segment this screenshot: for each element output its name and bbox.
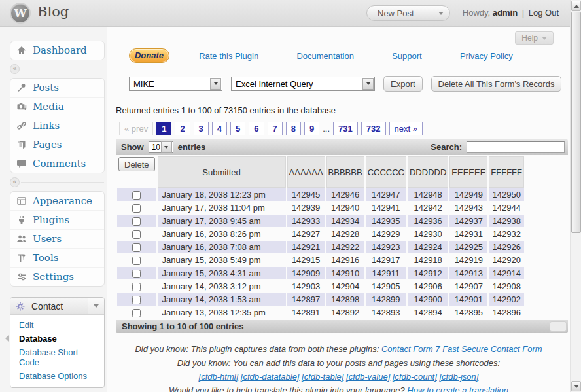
page-prev-button[interactable]: « prev xyxy=(119,122,153,135)
logout-link[interactable]: Log Out xyxy=(529,8,559,18)
sidebar-item-comments[interactable]: Comments xyxy=(10,154,104,173)
privacy-policy-link[interactable]: Privacy Policy xyxy=(460,51,513,61)
sidebar-item-contact[interactable]: Contact xyxy=(10,298,104,315)
value-cell: 142925 xyxy=(449,241,487,253)
datatable-toolbar: Show 10 entries Search: xyxy=(116,139,568,155)
sidebar: Dashboard « Posts Media Links xyxy=(0,27,107,392)
page-button-731[interactable]: 731 xyxy=(333,122,358,135)
value-cell: 142891 xyxy=(287,306,325,319)
sidebar-item-label: Contact xyxy=(31,301,63,312)
sidebar-item-dashboard[interactable]: Dashboard xyxy=(10,41,104,60)
row-checkbox[interactable] xyxy=(132,309,141,317)
column-header-aaaaaa[interactable]: AAAAAA xyxy=(287,156,325,188)
column-header-cccccc[interactable]: CCCCCC xyxy=(366,156,406,188)
submenu-item-edit[interactable]: Edit xyxy=(10,318,104,332)
sidebar-item-links[interactable]: Links xyxy=(10,116,104,135)
shortcode-link[interactable]: [cfdb-html] xyxy=(199,372,239,382)
column-header-ffffff[interactable]: FFFFFF xyxy=(489,156,524,188)
export-button[interactable]: Export xyxy=(383,76,423,92)
create-translation-link[interactable]: How to create a translation xyxy=(407,385,508,392)
sidebar-item-settings[interactable]: Settings xyxy=(10,267,104,286)
page-button-1[interactable]: 1 xyxy=(156,122,171,135)
sidebar-item-label: Tools xyxy=(33,252,58,264)
page-button-4[interactable]: 4 xyxy=(212,122,227,135)
window-scrollbar[interactable] xyxy=(570,0,581,392)
sidebar-collapse: « xyxy=(10,64,107,74)
page-button-8[interactable]: 8 xyxy=(286,122,301,135)
delete-selected-button[interactable]: Delete xyxy=(118,157,155,171)
scroll-down-button[interactable] xyxy=(571,381,581,391)
scroll-up-button[interactable] xyxy=(571,1,581,11)
row-checkbox[interactable] xyxy=(132,191,141,200)
submenu-item-database[interactable]: Database xyxy=(10,332,104,346)
row-checkbox[interactable] xyxy=(132,270,141,278)
row-checkbox[interactable] xyxy=(132,257,141,265)
value-cell: 142916 xyxy=(326,254,364,266)
sidebar-item-posts[interactable]: Posts xyxy=(10,79,104,97)
value-cell: 142946 xyxy=(326,188,364,201)
row-checkbox[interactable] xyxy=(132,296,141,304)
page-button-5[interactable]: 5 xyxy=(230,122,245,135)
page-button-6[interactable]: 6 xyxy=(249,122,264,135)
shortcode-link[interactable]: [cfdb-json] xyxy=(439,372,478,382)
search-input[interactable] xyxy=(467,141,565,153)
shortcode-link[interactable]: [cfdb-table] xyxy=(302,372,343,382)
page-next-button[interactable]: next » xyxy=(389,122,423,135)
value-cell: 142930 xyxy=(408,228,448,240)
fast-secure-contact-form-link[interactable]: Fast Secure Contact Form xyxy=(442,344,542,354)
column-header-dddddd[interactable]: DDDDDD xyxy=(408,156,448,188)
row-checkbox[interactable] xyxy=(132,230,141,239)
collapse-arrows-icon[interactable]: « xyxy=(10,177,20,187)
column-header-submitted[interactable]: Submitted xyxy=(158,156,286,188)
row-checkbox[interactable] xyxy=(132,217,141,226)
page-button-7[interactable]: 7 xyxy=(268,122,283,135)
column-header-bbbbbb[interactable]: BBBBBB xyxy=(326,156,364,188)
documentation-link[interactable]: Documentation xyxy=(296,51,353,61)
contact-form-7-link[interactable]: Contact Form 7 xyxy=(381,344,440,354)
sidebar-item-media[interactable]: Media xyxy=(10,97,104,116)
export-format-value: Excel Internet Query xyxy=(232,79,362,89)
shortcode-link[interactable]: [cfdb-count] xyxy=(393,372,437,382)
entries-per-page-select[interactable]: 10 xyxy=(149,141,173,153)
shortcode-links: [cfdb-html] [cfdb-datatable] [cfdb-table… xyxy=(107,372,570,382)
checkbox-cell xyxy=(117,254,156,266)
scrollbar-thumb[interactable] xyxy=(571,12,581,233)
shortcode-link[interactable]: [cfdb-value] xyxy=(346,372,390,382)
chevron-down-icon[interactable] xyxy=(88,298,104,314)
row-checkbox[interactable] xyxy=(132,243,141,252)
value-cell: 142905 xyxy=(366,280,406,293)
sidebar-item-tools[interactable]: Tools xyxy=(10,248,104,267)
sidebar-item-label: Pages xyxy=(33,139,62,151)
sidebar-item-pages[interactable]: Pages xyxy=(10,135,104,154)
sidebar-item-plugins[interactable]: Plugins xyxy=(10,210,104,229)
row-checkbox[interactable] xyxy=(132,283,141,291)
sidebar-contact-menu: Contact Edit Database Database Short Cod… xyxy=(10,297,105,388)
sidebar-item-appearance[interactable]: Appearance xyxy=(10,192,104,210)
rate-plugin-link[interactable]: Rate this Plugin xyxy=(199,51,258,61)
donate-button[interactable]: Donate xyxy=(129,48,169,63)
value-cell: 142902 xyxy=(489,293,524,306)
page-button-3[interactable]: 3 xyxy=(194,122,209,135)
value-cell: 142941 xyxy=(366,202,406,214)
page-button-9[interactable]: 9 xyxy=(304,122,319,135)
support-link[interactable]: Support xyxy=(392,51,422,61)
collapse-arrows-icon[interactable]: « xyxy=(10,64,20,74)
submenu-item-database-short-code[interactable]: Database Short Code xyxy=(10,346,104,369)
row-checkbox[interactable] xyxy=(132,204,141,213)
delete-all-records-button[interactable]: Delete All This Form's Records xyxy=(431,76,562,92)
shortcode-link[interactable]: [cfdb-datatable] xyxy=(241,372,300,382)
submenu-item-database-options[interactable]: Database Options xyxy=(10,369,104,383)
page-button-2[interactable]: 2 xyxy=(175,122,190,135)
column-header-eeeeee[interactable]: EEEEEE xyxy=(449,156,487,188)
sidebar-item-users[interactable]: Users xyxy=(10,229,104,248)
table-row: January 17, 2038 11:04 pm142939142940142… xyxy=(117,202,524,214)
value-cell: 142928 xyxy=(326,228,364,240)
form-select[interactable]: MIKE xyxy=(129,77,222,91)
table-row: January 14, 2038 1:53 am1428971428981428… xyxy=(117,293,524,306)
help-button[interactable]: Help xyxy=(515,31,554,45)
page-button-732[interactable]: 732 xyxy=(361,122,386,135)
export-format-select[interactable]: Excel Internet Query xyxy=(231,77,375,91)
pages-icon xyxy=(16,139,27,150)
new-post-dropdown[interactable]: New Post xyxy=(366,5,450,21)
value-cell: 142950 xyxy=(489,188,524,201)
